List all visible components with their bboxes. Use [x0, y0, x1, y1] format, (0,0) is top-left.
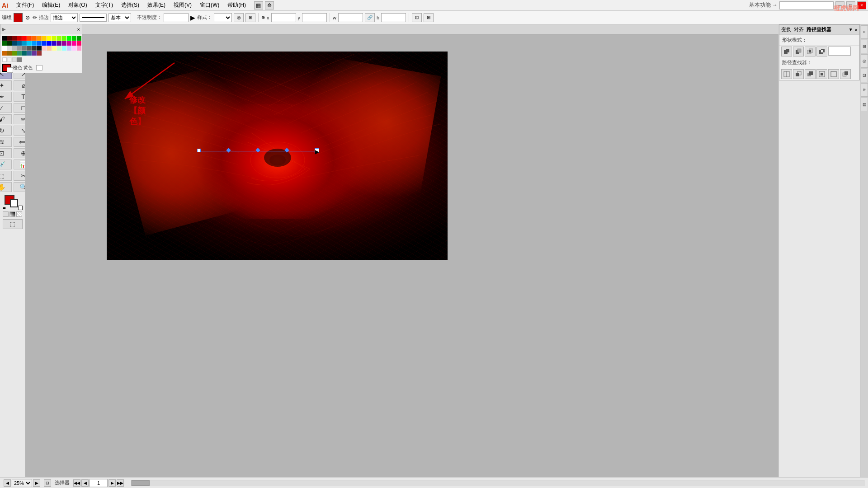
panel-btn-6[interactable]: ▤: [861, 98, 868, 111]
menu-edit[interactable]: 编辑(E): [38, 0, 64, 10]
panel-btn-5[interactable]: ≋: [861, 83, 868, 97]
next-btn[interactable]: ▶: [108, 479, 116, 487]
color-swatch-28[interactable]: [62, 41, 66, 46]
zoom-tool[interactable]: 🔍: [14, 182, 26, 192]
free-transform-tool[interactable]: ⊡: [0, 148, 12, 158]
color-swatch-24[interactable]: [42, 41, 47, 46]
color-swatch-11[interactable]: [57, 36, 61, 41]
color-swatch-47[interactable]: [77, 46, 81, 51]
color-swatch-14[interactable]: [72, 36, 76, 41]
color-swatch-8[interactable]: [42, 36, 47, 41]
warp-tool[interactable]: ≋: [0, 137, 12, 147]
color-swatch-31[interactable]: [77, 41, 81, 46]
align-icon-btn[interactable]: ⊞: [424, 13, 434, 22]
color-swatch-12[interactable]: [62, 36, 66, 41]
color-swatch-51[interactable]: [17, 51, 22, 56]
width-tool[interactable]: ⟺: [14, 137, 26, 147]
color-swatch-35[interactable]: [17, 46, 22, 51]
color-swatch-25[interactable]: [47, 41, 52, 46]
color-swatch-5[interactable]: [27, 36, 32, 41]
prev-btn[interactable]: ◀: [81, 479, 89, 487]
color-swatch-3[interactable]: [17, 36, 22, 41]
gray-swatch[interactable]: [12, 57, 17, 62]
color-swatch-30[interactable]: [72, 41, 76, 46]
shape-builder-tool[interactable]: ⊕: [14, 148, 26, 158]
shape-tool[interactable]: □: [14, 103, 26, 113]
stroke-indicator[interactable]: [10, 199, 18, 207]
none-mode-btn[interactable]: [16, 211, 22, 217]
color-swatch-2[interactable]: [12, 36, 17, 41]
crop-btn[interactable]: [816, 69, 827, 79]
trim-btn[interactable]: [793, 69, 804, 79]
outline-btn[interactable]: [828, 69, 839, 79]
next-page-btn[interactable]: ▶▶: [117, 479, 124, 487]
color-swatch-55[interactable]: [37, 51, 42, 56]
color-swatch-39[interactable]: [37, 46, 42, 51]
rotate-tool[interactable]: ↻: [0, 126, 12, 136]
menu-text[interactable]: 文字(T): [92, 0, 117, 10]
handle-left[interactable]: [197, 149, 201, 152]
page-input[interactable]: [90, 479, 108, 487]
graph-tool[interactable]: 📊: [14, 160, 26, 169]
scrollbar-thumb[interactable]: [132, 480, 150, 486]
color-swatch-49[interactable]: [7, 51, 12, 56]
selection-line[interactable]: ▶: [197, 151, 319, 152]
gradient-mode-btn[interactable]: [9, 211, 15, 217]
unite-btn[interactable]: [781, 47, 792, 56]
color-swatch-20[interactable]: [22, 41, 27, 46]
nav-icon-btn[interactable]: ⊡: [44, 479, 51, 487]
maximize-button[interactable]: □: [846, 1, 855, 9]
transform-icon-btn[interactable]: ⊡: [412, 13, 422, 22]
pen-tool[interactable]: ✒: [0, 92, 12, 102]
color-swatch-37[interactable]: [27, 46, 32, 51]
white-swatch[interactable]: [2, 57, 7, 62]
menu-effect[interactable]: 效果(E): [144, 0, 169, 10]
divide-btn[interactable]: [781, 69, 792, 79]
menu-file[interactable]: 文件(F): [13, 0, 38, 10]
color-swatch-43[interactable]: [57, 46, 61, 51]
line-tool[interactable]: ∕: [0, 103, 12, 113]
scale-tool[interactable]: ⤡: [14, 126, 26, 136]
artboard-tool[interactable]: ⬚: [0, 171, 12, 181]
merge-btn[interactable]: [805, 69, 816, 79]
type-tool[interactable]: T: [14, 92, 26, 102]
color-swatch-29[interactable]: [67, 41, 71, 46]
color-swatch-48[interactable]: [2, 51, 7, 56]
minimize-button[interactable]: ─: [835, 1, 844, 9]
search-input[interactable]: [779, 1, 834, 9]
prev-page-btn[interactable]: ◀◀: [73, 479, 80, 487]
menu-select[interactable]: 选择(S): [118, 0, 143, 10]
color-swatch-36[interactable]: [22, 46, 27, 51]
h-input[interactable]: 47.437: [381, 13, 406, 22]
panel-btn-4[interactable]: ⊡: [861, 69, 868, 82]
zoom-in-btn[interactable]: ▶: [33, 479, 40, 487]
opacity-arrow[interactable]: ▶: [190, 14, 195, 21]
style-select[interactable]: [214, 13, 232, 22]
color-swatch-15[interactable]: [77, 36, 81, 41]
minus-front-btn[interactable]: [793, 47, 804, 56]
color-swatch-46[interactable]: [72, 46, 76, 51]
pf-menu-icon[interactable]: ▼: [849, 27, 853, 32]
color-swatch-6[interactable]: [32, 36, 37, 41]
color-swatch-54[interactable]: [32, 51, 37, 56]
opacity-input[interactable]: 100%: [164, 13, 189, 22]
arrange-icon-btn[interactable]: ⟰: [265, 1, 274, 9]
color-swatch-38[interactable]: [32, 46, 37, 51]
x-input[interactable]: 990.267: [271, 13, 296, 22]
circle-icon-btn[interactable]: ◎: [234, 13, 244, 22]
color-swatch-7[interactable]: [37, 36, 42, 41]
panel-btn-2[interactable]: ⊞: [861, 40, 868, 53]
color-swatch-44[interactable]: [62, 46, 66, 51]
color-swatch-26[interactable]: [52, 41, 57, 46]
color-swatch-18[interactable]: [12, 41, 17, 46]
handle-right-arrow[interactable]: ▶: [315, 148, 319, 153]
fill-swatch-current[interactable]: [2, 64, 11, 72]
color-swatch-10[interactable]: [52, 36, 57, 41]
pf-tab-transform[interactable]: 变换: [781, 26, 791, 33]
link-icon-btn[interactable]: 🔗: [365, 13, 375, 22]
menu-window[interactable]: 窗口(W): [196, 0, 223, 10]
color-swatch-19[interactable]: [17, 41, 22, 46]
color-swatch-27[interactable]: [57, 41, 61, 46]
fill-color-swatch[interactable]: [14, 13, 23, 22]
w-input[interactable]: 1365.97: [338, 13, 363, 22]
